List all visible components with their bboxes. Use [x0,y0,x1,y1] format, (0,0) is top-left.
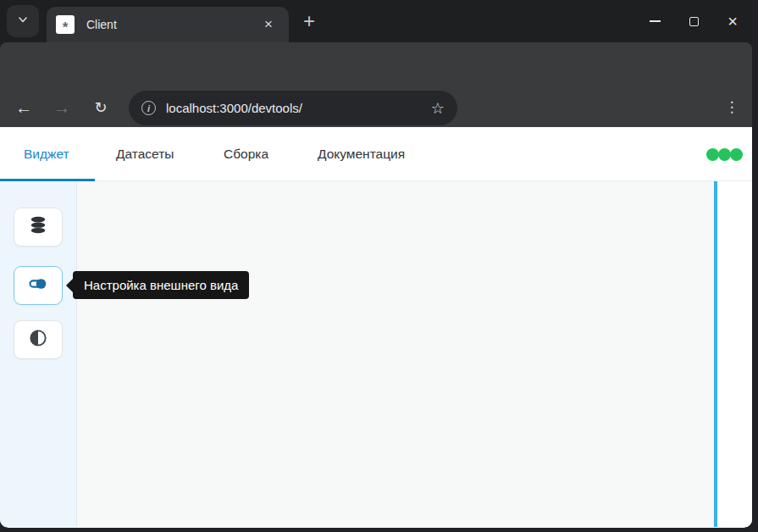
tab-title: Client [86,18,117,31]
status-dot [718,148,731,161]
close-icon: × [728,13,738,30]
page-content: Настройка внешнего вида [0,181,752,527]
address-bar[interactable]: i localhost:3000/devtools/ ☆ [129,91,457,125]
reload-button[interactable]: ↻ [84,91,118,125]
bookmark-star-icon[interactable]: ☆ [431,99,445,118]
desktop: { "browser": { "tab": { "title": "Client… [0,0,758,532]
browser-toolbar: ← → ↻ i localhost:3000/devtools/ ☆ ⋮ » [0,42,752,127]
forward-button[interactable]: → [45,91,79,125]
tab-datasets[interactable]: Датасеты [116,147,174,162]
tab-build[interactable]: Сборка [224,147,268,162]
right-panel [717,181,752,527]
new-tab-button[interactable]: + [296,9,322,35]
minimize-icon [650,20,661,22]
status-dot [706,148,719,161]
browser-titlebar: * Client × + × [0,0,752,42]
status-indicator [707,148,743,161]
tooltip-arrow [66,279,73,292]
web-page: Виджет Датасеты Сборка Документация [0,127,752,528]
tool-sidebar [0,181,77,527]
sidebar-button-contrast[interactable] [14,320,63,359]
tab-search-button[interactable] [7,5,39,37]
close-window-button[interactable]: × [713,0,752,42]
tooltip: Настройка внешнего вида [73,271,249,299]
chevron-down-icon [17,14,29,29]
contrast-icon [27,327,49,352]
canvas-area [77,181,714,527]
browser-menu-button[interactable]: ⋮ [718,91,745,124]
minimize-button[interactable] [635,0,674,42]
favicon-icon: * [56,15,75,34]
browser-tab[interactable]: * Client × [47,7,289,42]
page-nav-tabs: Виджет Датасеты Сборка Документация [0,127,752,181]
site-info-icon[interactable]: i [141,101,156,115]
status-dot [730,148,743,161]
sidebar-button-datasets[interactable] [14,208,63,247]
tab-documentation[interactable]: Документация [318,147,405,162]
back-button[interactable]: ← [7,91,41,125]
tab-widget[interactable]: Виджет [24,147,69,162]
url-text[interactable]: localhost:3000/devtools/ [166,101,431,115]
window-controls: × [635,0,752,42]
tab-close-icon[interactable]: × [258,14,279,35]
maximize-button[interactable] [674,0,713,42]
browser-window: * Client × + × ← → ↻ i localhost:3000/de… [0,0,752,528]
database-icon [27,214,49,240]
tooltip-text: Настройка внешнего вида [84,278,238,292]
maximize-icon [689,17,699,26]
toggle-icon [27,273,49,298]
sidebar-button-appearance[interactable] [14,266,63,305]
